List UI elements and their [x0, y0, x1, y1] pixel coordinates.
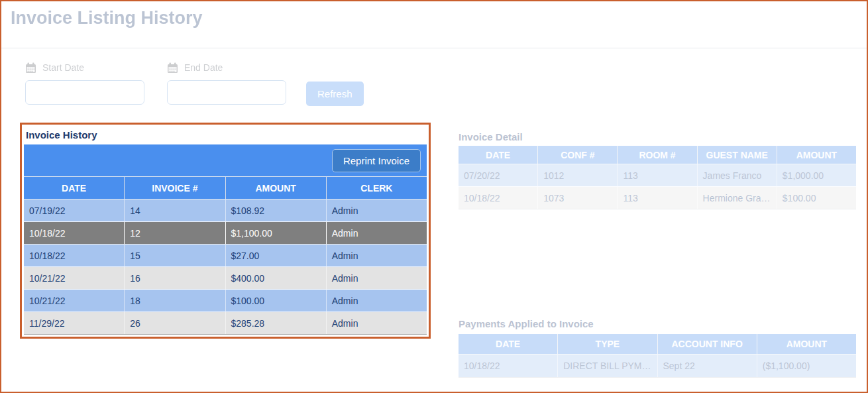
cell-amount: $100.00	[226, 290, 327, 311]
table-row: 07/20/22 1012 113 James Franco $1,000.00	[459, 164, 856, 187]
cell-guest: James Franco	[698, 164, 777, 186]
cell-amount: $1,100.00	[226, 222, 327, 244]
table-row[interactable]: 07/19/22 14 $108.92 Admin	[24, 199, 427, 222]
calendar-icon	[167, 62, 178, 74]
invoice-listing-page: Invoice Listing History Start Date End D…	[0, 0, 868, 393]
right-section: Invoice Detail DATE CONF # ROOM # GUEST …	[435, 117, 867, 392]
header-divider	[1, 48, 867, 48]
payments-header-row: DATE TYPE ACCOUNT INFO AMOUNT	[459, 334, 856, 355]
invoice-detail-header-row: DATE CONF # ROOM # GUEST NAME AMOUNT	[459, 146, 856, 164]
cell-amount: $400.00	[226, 267, 327, 289]
table-row[interactable]: 10/18/22 12 $1,100.00 Admin	[24, 222, 427, 245]
payments-table: DATE TYPE ACCOUNT INFO AMOUNT 10/18/22 D…	[459, 334, 856, 378]
cell-invoice: 12	[125, 222, 225, 244]
cell-date: 10/18/22	[24, 245, 125, 266]
invoice-detail-table: DATE CONF # ROOM # GUEST NAME AMOUNT 07/…	[459, 146, 856, 209]
cell-date: 10/18/22	[459, 355, 558, 377]
cell-invoice: 14	[125, 199, 225, 221]
column-header-room: ROOM #	[618, 146, 697, 164]
invoice-history-section: Invoice History Reprint Invoice DATE INV…	[20, 123, 431, 339]
cell-clerk: Admin	[327, 290, 427, 311]
cell-amount: $100.00	[777, 187, 856, 209]
cell-type: DIRECT BILL PYM…	[558, 355, 657, 377]
cell-amount: $285.28	[226, 312, 327, 334]
calendar-icon	[25, 62, 36, 74]
column-header-date: DATE	[459, 146, 538, 164]
table-row: 10/18/22 DIRECT BILL PYM… Sept 22 ($1,10…	[459, 355, 856, 378]
start-date-label: Start Date	[42, 62, 84, 73]
cell-date: 07/19/22	[24, 199, 125, 221]
cell-date: 10/18/22	[459, 187, 538, 209]
column-header-date: DATE	[459, 334, 558, 354]
column-header-account: ACCOUNT INFO	[658, 334, 757, 354]
cell-date: 11/29/22	[24, 312, 125, 334]
end-date-label: End Date	[184, 62, 223, 73]
cell-guest: Hermione Gra…	[698, 187, 777, 209]
table-row[interactable]: 10/21/22 18 $100.00 Admin	[24, 290, 427, 312]
cell-clerk: Admin	[327, 222, 427, 244]
invoice-history-toolbar: Reprint Invoice	[24, 144, 427, 177]
cell-date: 10/21/22	[24, 267, 125, 289]
column-header-invoice[interactable]: INVOICE #	[125, 177, 225, 199]
cell-invoice: 18	[125, 290, 225, 311]
table-row[interactable]: 11/29/22 26 $285.28 Admin	[24, 312, 427, 335]
cell-amount: $27.00	[226, 245, 327, 266]
page-title: Invoice Listing History	[11, 8, 203, 28]
invoice-history-table: Reprint Invoice DATE INVOICE # AMOUNT CL…	[24, 144, 427, 335]
payments-title: Payments Applied to Invoice	[459, 318, 594, 329]
cell-invoice: 16	[125, 267, 225, 289]
column-header-clerk[interactable]: CLERK	[327, 177, 427, 199]
column-header-amount[interactable]: AMOUNT	[226, 177, 327, 199]
cell-clerk: Admin	[327, 312, 427, 334]
cell-clerk: Admin	[327, 199, 427, 221]
cell-conf: 1012	[538, 164, 618, 186]
cell-date: 10/18/22	[24, 222, 125, 244]
refresh-button[interactable]: Refresh	[306, 82, 364, 106]
column-header-guest: GUEST NAME	[698, 146, 777, 164]
end-date-input[interactable]	[167, 80, 286, 105]
cell-date: 07/20/22	[459, 164, 538, 186]
cell-invoice: 26	[125, 312, 225, 334]
table-row: 10/18/22 1073 113 Hermione Gra… $100.00	[459, 187, 856, 209]
invoice-history-title: Invoice History	[26, 129, 97, 140]
top-section: Invoice Listing History Start Date End D…	[1, 1, 867, 117]
invoice-detail-title: Invoice Detail	[459, 131, 523, 142]
cell-clerk: Admin	[327, 245, 427, 266]
start-date-input[interactable]	[25, 80, 144, 105]
column-header-type: TYPE	[558, 334, 657, 354]
cell-invoice: 15	[125, 245, 225, 266]
column-header-amount: AMOUNT	[757, 334, 856, 354]
column-header-conf: CONF #	[538, 146, 618, 164]
column-header-date[interactable]: DATE	[24, 177, 125, 199]
reprint-invoice-button[interactable]: Reprint Invoice	[332, 149, 421, 172]
cell-room: 113	[618, 187, 697, 209]
cell-conf: 1073	[538, 187, 618, 209]
table-row[interactable]: 10/18/22 15 $27.00 Admin	[24, 245, 427, 267]
table-row[interactable]: 10/21/22 16 $400.00 Admin	[24, 267, 427, 290]
invoice-history-header-row: DATE INVOICE # AMOUNT CLERK	[24, 177, 427, 199]
cell-amount: ($1,100.00)	[757, 355, 856, 377]
start-date-group: Start Date	[25, 61, 144, 105]
cell-account: Sept 22	[658, 355, 757, 377]
cell-clerk: Admin	[327, 267, 427, 289]
cell-amount: $108.92	[226, 199, 327, 221]
cell-room: 113	[618, 164, 697, 186]
end-date-group: End Date	[167, 61, 286, 105]
column-header-amount: AMOUNT	[777, 146, 856, 164]
cell-date: 10/21/22	[24, 290, 125, 311]
cell-amount: $1,000.00	[777, 164, 856, 186]
